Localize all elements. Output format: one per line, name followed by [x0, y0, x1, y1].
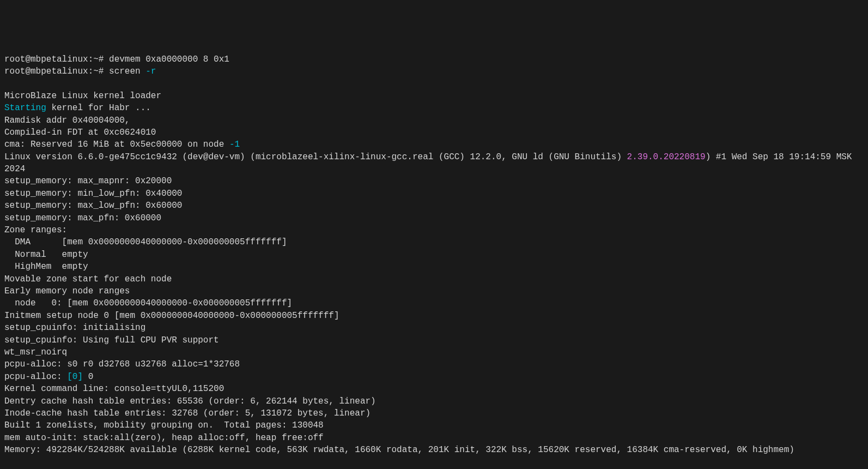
log-line: Kernel command line: console=ttyUL0,1152… [4, 384, 224, 394]
log-line: cma: Reserved 16 MiB at 0x5ec00000 on no… [4, 140, 229, 149]
log-bracket: [0] [67, 372, 83, 382]
prompt: root@mbpetalinux:~# [4, 67, 109, 76]
log-line: HighMem empty [4, 262, 88, 272]
log-line: Zone ranges: [4, 225, 67, 235]
log-starting: Starting [4, 103, 46, 113]
log-line: setup_memory: max_low_pfn: 0x60000 [4, 201, 182, 211]
log-line: Initmem setup node 0 [mem 0x000000004000… [4, 311, 339, 321]
log-number: -1 [229, 140, 240, 149]
log-line: Linux version 6.6.0-ge475cc1c9432 (dev@d… [4, 152, 627, 162]
command: devmem 0xa0000000 8 0x1 [109, 55, 229, 64]
log-line: Early memory node ranges [4, 286, 130, 296]
log-line: node 0: [mem 0x0000000040000000-0x000000… [4, 298, 292, 308]
log-line: Memory: 492284K/524288K available (6288K… [4, 445, 794, 455]
log-line: pcpu-alloc: s0 r0 d32768 u32768 alloc=1*… [4, 359, 240, 369]
log-line: pcpu-alloc: [4, 372, 67, 382]
log-line: DMA [mem 0x0000000040000000-0x000000005f… [4, 237, 287, 247]
log-line: setup_cpuinfo: Using full CPU PVR suppor… [4, 335, 219, 345]
log-line: setup_memory: max_pfn: 0x60000 [4, 213, 161, 223]
log-version: 2.39.0.20220819 [627, 152, 706, 162]
log-line: wt_msr_noirq [4, 347, 67, 357]
log-line: Ramdisk addr 0x40004000, [4, 116, 130, 125]
log-line: Built 1 zonelists, mobility grouping on.… [4, 420, 324, 430]
log-line: MicroBlaze Linux kernel loader [4, 91, 161, 101]
log-line: setup_cpuinfo: initialising [4, 323, 145, 333]
log-line: Dentry cache hash table entries: 65536 (… [4, 396, 376, 406]
terminal-output[interactable]: root@mbpetalinux:~# devmem 0xa0000000 8 … [4, 53, 864, 456]
prompt: root@mbpetalinux:~# [4, 55, 109, 64]
log-line: mem auto-init: stack:all(zero), heap all… [4, 433, 324, 443]
log-line: Compiled-in FDT at 0xc0624010 [4, 128, 156, 137]
log-line: Normal empty [4, 250, 88, 260]
log-line: Movable zone start for each node [4, 274, 172, 284]
log-line: setup_memory: min_low_pfn: 0x40000 [4, 189, 182, 199]
log-line: Inode-cache hash table entries: 32768 (o… [4, 408, 371, 418]
log-line: kernel for Habr ... [46, 103, 151, 113]
command: screen [109, 67, 145, 76]
command-arg: -r [145, 67, 156, 76]
log-line: setup_memory: max_mapnr: 0x20000 [4, 176, 172, 186]
log-line: 0 [83, 372, 93, 382]
